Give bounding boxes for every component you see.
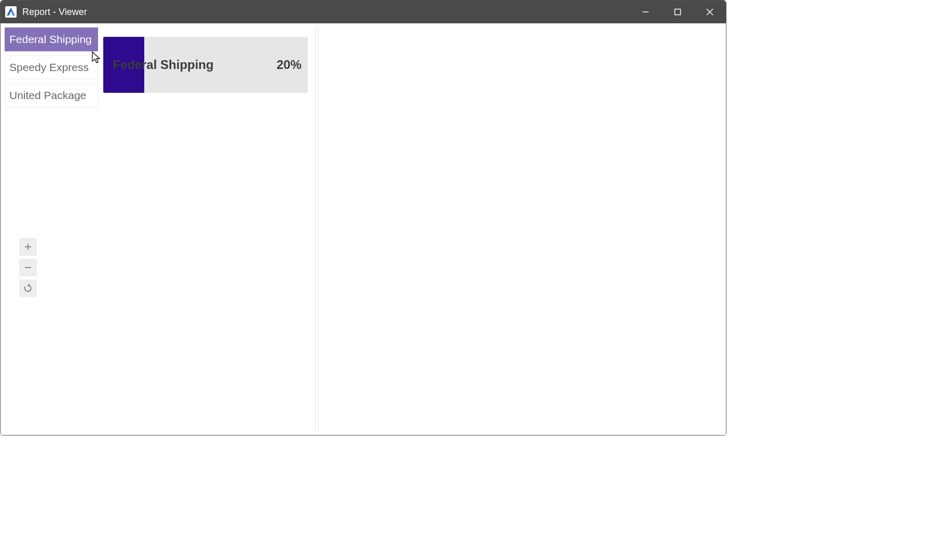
sidebar-item-federal-shipping[interactable]: Federal Shipping [5,27,98,51]
window-controls [629,1,726,23]
window-title: Report - Viewer [22,7,87,18]
app-window: Report - Viewer Federal Shipping Spe [0,0,726,436]
close-button[interactable] [694,1,726,23]
progress-card: Federal Shipping 20% [103,37,308,93]
top-row: Federal Shipping Speedy Express United P… [5,27,314,107]
sidebar-item-united-package[interactable]: United Package [5,83,98,107]
titlebar: Report - Viewer [1,1,726,23]
sidebar-list: Federal Shipping Speedy Express United P… [5,27,98,107]
app-icon [5,6,17,18]
minimize-button[interactable] [629,1,662,23]
refresh-icon [24,284,32,292]
zoom-in-button[interactable] [19,238,37,256]
left-pane: Federal Shipping Speedy Express United P… [5,27,314,431]
sidebar-item-label: Federal Shipping [9,33,92,45]
minus-icon [24,263,32,272]
sidebar-item-label: Speedy Express [9,61,89,73]
zoom-out-button[interactable] [19,259,37,276]
progress-label: Federal Shipping [113,58,214,72]
sidebar-item-label: United Package [9,89,86,101]
pane-divider[interactable] [315,27,316,431]
plus-icon [24,243,32,251]
zoom-toolbar [19,238,37,297]
content-area: Federal Shipping Speedy Express United P… [1,23,726,435]
svg-rect-2 [675,9,681,15]
refresh-button[interactable] [19,279,37,297]
right-pane [318,27,722,431]
maximize-button[interactable] [662,1,694,23]
sidebar-item-speedy-express[interactable]: Speedy Express [5,55,98,79]
progress-value: 20% [277,58,301,72]
